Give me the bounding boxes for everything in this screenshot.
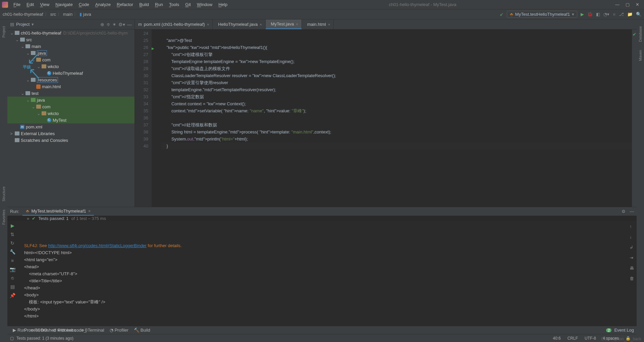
stop-icon[interactable]: ■ xyxy=(613,12,615,17)
menu-build[interactable]: Build xyxy=(137,1,152,8)
maximize-icon[interactable]: ▢ xyxy=(626,2,630,7)
menu-tools[interactable]: Tools xyxy=(166,1,182,8)
menu-view[interactable]: View xyxy=(37,1,52,8)
print-icon[interactable]: 🖶 xyxy=(630,265,634,272)
test-status-bar: » ✔ Tests passed: 1 of 1 test – 375 ms xyxy=(7,216,637,221)
tree-node[interactable]: ⌄main xyxy=(7,43,135,50)
tree-node[interactable]: ⌄wkcto xyxy=(7,110,135,117)
scroll-end-icon[interactable]: ⇥ xyxy=(630,254,634,261)
breadcrumb[interactable]: ch01-hello-thymeleaf〉src〉main〉▮ java xyxy=(3,11,91,17)
console-output[interactable]: ↑ ↓ ↲ ⇥ 🖶 🗑 SLF4J: See http://www.slf4j.… xyxy=(17,221,637,334)
editor-tab[interactable]: mpom.xml (ch01-hello-thymeleaf)× xyxy=(135,19,213,29)
run-settings-icon[interactable]: ⚙ xyxy=(622,209,626,214)
rerun-icon[interactable]: ▶ xyxy=(11,223,14,228)
debug-icon[interactable]: 🐞 xyxy=(587,12,593,17)
tree-node[interactable]: ⌄wkcto xyxy=(7,63,135,70)
update-icon[interactable]: ↙ xyxy=(500,12,503,17)
tree-node[interactable]: Scratches and Consoles xyxy=(7,137,135,144)
search-icon[interactable]: 🔍 xyxy=(636,12,641,17)
tree-node[interactable]: ⌄java xyxy=(7,50,135,56)
collapse-icon[interactable]: ✶ xyxy=(112,22,116,27)
tree-node[interactable]: ⌄ch01-hello-thymeleafD:\IDEA\projects\ch… xyxy=(7,30,135,36)
menu-file[interactable]: File xyxy=(11,1,23,8)
encoding[interactable]: UTF-8 xyxy=(585,336,596,341)
inspection-ok-icon: ✔ xyxy=(633,31,636,38)
menu-help[interactable]: Help xyxy=(216,1,230,8)
clear-icon[interactable]: 🗑 xyxy=(630,275,634,282)
tree-node[interactable]: main.html xyxy=(7,83,135,90)
code-area[interactable]: "ann">@Test "kw">public "kw">void "mtd">… xyxy=(152,30,632,207)
gear-icon[interactable]: ⚙▾ xyxy=(118,22,125,27)
menu-git[interactable]: Git xyxy=(182,1,194,8)
app-logo-icon xyxy=(2,2,8,8)
run-tool-window: Run: ⬘ MyTest.testHelloThymeleaf1 × ⚙ — … xyxy=(7,207,637,326)
menu-refactor[interactable]: Refactor xyxy=(114,1,136,8)
editor: mpom.xml (ch01-hello-thymeleaf)×HelloThy… xyxy=(135,19,637,207)
rail-structure[interactable]: Structure xyxy=(2,186,6,202)
editor-tab[interactable]: HelloThymeleaf.java× xyxy=(213,19,265,29)
status-bar: ▢ Tests passed: 1 (3 minutes ago) 40:6 C… xyxy=(7,334,637,342)
exit-icon[interactable]: ⎋ xyxy=(11,275,14,281)
line-ending[interactable]: CRLF xyxy=(568,336,578,341)
editor-tab[interactable]: main.html× xyxy=(302,19,334,29)
project-tree[interactable]: 平级 ⌄ch01-hello-thymeleafD:\IDEA\projects… xyxy=(7,30,135,207)
stop-run-icon[interactable]: ■ xyxy=(11,258,14,263)
menu-edit[interactable]: Edit xyxy=(24,1,37,8)
lock-icon[interactable]: 🔒 xyxy=(626,336,631,341)
locate-icon[interactable]: ⊕ xyxy=(100,22,104,27)
coverage-icon[interactable]: ◧ xyxy=(596,12,600,17)
rail-database[interactable]: Database xyxy=(638,26,642,42)
hide-icon[interactable]: — xyxy=(127,22,132,27)
tree-node[interactable]: ⌄resources xyxy=(7,76,135,83)
run-label: Run: xyxy=(10,209,19,214)
right-rail: Database Maven xyxy=(637,19,644,342)
project-pane-title[interactable]: Project xyxy=(16,22,30,27)
run-toolbar: ▶ ⇅ ↻ 🔧 ■ 📷 ⎋ ▤ 📌 xyxy=(7,221,17,334)
rail-project[interactable]: Project xyxy=(2,26,6,38)
tree-node[interactable]: HelloThymeleaf xyxy=(7,70,135,76)
profile-icon[interactable]: ◔▾ xyxy=(603,12,609,17)
pin-icon[interactable]: ↻ xyxy=(10,240,14,246)
rail-maven[interactable]: Maven xyxy=(638,50,642,61)
window-title: ch01-hello-thymeleaf - MyTest.java xyxy=(389,2,457,7)
tree-node[interactable]: mpom.xml xyxy=(7,123,135,130)
close-icon[interactable]: ✕ xyxy=(636,2,639,7)
pin-tab-icon[interactable]: 📌 xyxy=(10,293,15,298)
tree-node[interactable]: ⌄com xyxy=(7,56,135,63)
caret-position[interactable]: 40:6 xyxy=(553,336,560,341)
wrench-icon[interactable]: 🔧 xyxy=(10,249,15,254)
expand-icon[interactable]: ≑ xyxy=(106,22,110,27)
camera-icon[interactable]: 📷 xyxy=(10,267,15,272)
gutter[interactable]: 242526▶2728293031323334353637383940 xyxy=(135,30,152,207)
menu-window[interactable]: Window xyxy=(194,1,215,8)
tree-node[interactable]: ⌄src xyxy=(7,36,135,43)
menu-analyze[interactable]: Analyze xyxy=(93,1,113,8)
tree-node[interactable]: ⌄java xyxy=(7,97,135,103)
tree-node[interactable]: ⌄com xyxy=(7,103,135,110)
open-folder-icon[interactable]: 📁 xyxy=(627,12,633,17)
editor-tab[interactable]: MyTest.java× xyxy=(266,19,302,29)
run-icon[interactable]: ▶ xyxy=(581,12,584,17)
left-rail: Project Structure Favorites xyxy=(0,19,7,342)
tree-node[interactable]: >External Libraries xyxy=(7,130,135,137)
run-config-select[interactable]: ⬘ MyTest.testHelloThymeleaf1 ▾ xyxy=(507,11,577,18)
rail-favorites[interactable]: Favorites xyxy=(2,210,6,225)
tree-node[interactable]: ⌄test xyxy=(7,90,135,97)
run-hide-icon[interactable]: — xyxy=(630,209,634,214)
project-tool-window: ▤ Project ▾ ⊕ ≑ ✶ ⚙▾ — 平级 ⌄ch01-hello-th… xyxy=(7,19,135,207)
error-stripe[interactable]: ✔ xyxy=(632,30,637,207)
toggle-icon[interactable]: ⇅ xyxy=(10,232,14,237)
scroll-down-icon[interactable]: ↓ xyxy=(630,233,634,240)
menu-code[interactable]: Code xyxy=(76,1,92,8)
run-tab[interactable]: ⬘ MyTest.testHelloThymeleaf1 × xyxy=(22,207,94,216)
status-icon[interactable]: ▢ xyxy=(10,336,14,341)
minimize-icon[interactable]: — xyxy=(615,2,620,7)
indent[interactable]: 4 spaces xyxy=(603,336,619,341)
soft-wrap-icon[interactable]: ↲ xyxy=(630,244,634,251)
menu-run[interactable]: Run xyxy=(152,1,166,8)
scroll-up-icon[interactable]: ↑ xyxy=(630,223,634,230)
menu-navigate[interactable]: Navigate xyxy=(53,1,75,8)
git-branch-icon[interactable]: ⎇ xyxy=(619,12,624,17)
layout-icon[interactable]: ▤ xyxy=(10,284,15,289)
tree-node[interactable]: MyTest xyxy=(7,117,135,123)
